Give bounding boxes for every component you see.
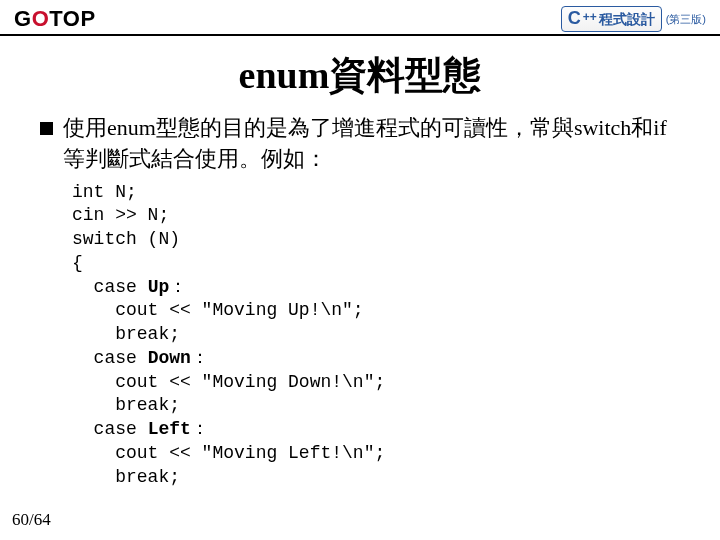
code-keyword: Up <box>148 277 170 297</box>
code-line: { <box>72 253 83 273</box>
code-line: case <box>72 419 148 439</box>
badge-plusplus: ++ <box>583 10 597 24</box>
code-line: cin >> N; <box>72 205 169 225</box>
bullet-square-icon <box>40 122 53 135</box>
code-line: int N; <box>72 182 137 202</box>
logo-text-o: O <box>32 6 50 31</box>
code-keyword: Left <box>148 419 191 439</box>
book-badge: C++ 程式設計 (第三版) <box>561 6 706 32</box>
code-line: case <box>72 348 148 368</box>
logo-text-pre: G <box>14 6 32 31</box>
publisher-logo: GOTOP <box>14 6 96 32</box>
code-line: break; <box>72 324 180 344</box>
slide-title: enum資料型態 <box>0 50 720 101</box>
logo-text-post: TOP <box>49 6 95 31</box>
code-line: ： <box>191 348 209 368</box>
code-line: cout << "Moving Up!\n"; <box>72 300 364 320</box>
code-line: break; <box>72 467 180 487</box>
badge-edition: (第三版) <box>666 12 706 27</box>
code-line: cout << "Moving Left!\n"; <box>72 443 385 463</box>
code-line: case <box>72 277 148 297</box>
code-line: ： <box>169 277 187 297</box>
slide-header: GOTOP C++ 程式設計 (第三版) <box>0 0 720 34</box>
code-line: break; <box>72 395 180 415</box>
header-divider <box>0 34 720 36</box>
code-block: int N; cin >> N; switch (N) { case Up： c… <box>72 181 720 490</box>
page-number: 60/64 <box>12 510 51 530</box>
cpp-badge-box: C++ 程式設計 <box>561 6 662 32</box>
code-line: switch (N) <box>72 229 180 249</box>
badge-c: C <box>568 8 581 29</box>
badge-title: 程式設計 <box>599 11 655 29</box>
code-line: ： <box>191 419 209 439</box>
bullet-text: 使用enum型態的目的是為了增進程式的可讀性，常與switch和if等判斷式結合… <box>63 113 686 175</box>
code-line: cout << "Moving Down!\n"; <box>72 372 385 392</box>
code-keyword: Down <box>148 348 191 368</box>
bullet-item: 使用enum型態的目的是為了增進程式的可讀性，常與switch和if等判斷式結合… <box>40 113 686 175</box>
